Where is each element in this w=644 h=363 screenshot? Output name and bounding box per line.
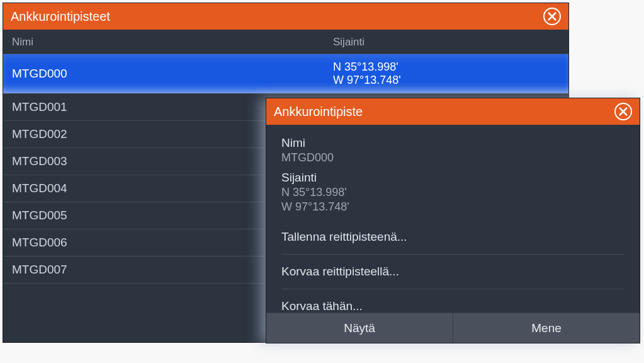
detail-title: Ankkurointipiste: [274, 105, 363, 119]
detail-titlebar: Ankkurointipiste: [266, 98, 640, 125]
header-location: Sijainti: [333, 36, 560, 49]
show-button[interactable]: Näytä: [266, 313, 453, 343]
table-row[interactable]: MTGD000 N 35°13.998' W 97°13.748': [3, 54, 568, 94]
detail-body: Nimi MTGD000 Sijainti N 35°13.998' W 97°…: [266, 125, 640, 323]
anchor-points-titlebar: Ankkurointipisteet: [3, 3, 568, 30]
header-name: Nimi: [12, 36, 333, 49]
replace-with-waypoint[interactable]: Korvaa reittipisteellä...: [281, 255, 624, 289]
button-bar: Näytä Mene: [266, 313, 640, 343]
list-headers: Nimi Sijainti: [3, 30, 568, 54]
close-icon[interactable]: [543, 8, 561, 25]
field-name: Nimi MTGD000: [281, 136, 624, 164]
save-as-waypoint[interactable]: Tallenna reittipisteenä...: [281, 220, 624, 255]
name-value: MTGD000: [281, 151, 624, 164]
lat-value: N 35°13.998': [281, 186, 624, 199]
row-location: N 35°13.998' W 97°13.748': [333, 60, 401, 87]
name-label: Nimi: [281, 136, 624, 150]
field-location: Sijainti N 35°13.998' W 97°13.748': [281, 171, 624, 214]
row-name: MTGD000: [12, 67, 333, 81]
anchor-points-title: Ankkurointipisteet: [11, 9, 110, 24]
lon-value: W 97°13.748': [281, 200, 624, 214]
go-button[interactable]: Mene: [453, 313, 640, 343]
close-icon[interactable]: [614, 103, 632, 120]
location-label: Sijainti: [281, 171, 624, 185]
anchor-point-detail-window: Ankkurointipiste Nimi MTGD000 Sijainti N…: [266, 98, 640, 343]
